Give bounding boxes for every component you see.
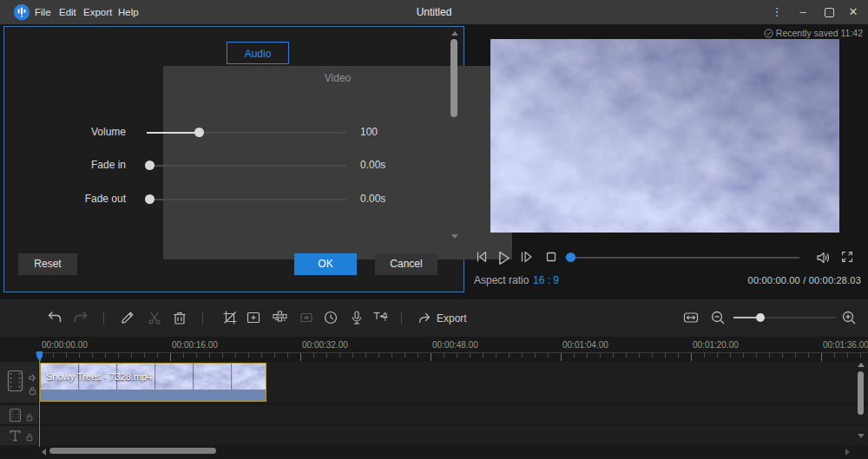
track-lock-icon[interactable]	[26, 433, 33, 442]
fade-out-slider[interactable]	[147, 199, 346, 200]
text-track-row	[0, 426, 868, 445]
next-frame-button[interactable]	[518, 249, 534, 265]
previous-frame-button[interactable]	[474, 249, 490, 265]
ruler-label: 00:01:04.00	[562, 340, 608, 350]
fade-in-label: Fade in	[39, 159, 126, 171]
fade-in-row: Fade in 0.00s	[4, 159, 464, 176]
tab-audio[interactable]: Audio	[227, 42, 289, 64]
text-track-lane[interactable]	[39, 426, 868, 445]
volume-label: Volume	[39, 126, 126, 138]
cut-scissors-icon[interactable]	[146, 309, 163, 326]
window-title: Untitled	[0, 0, 868, 24]
maximize-button[interactable]	[816, 0, 842, 24]
playhead-line[interactable]	[39, 351, 40, 447]
track-mute-icon[interactable]	[28, 373, 37, 383]
toolbar: Export	[0, 299, 868, 337]
ruler-label: 00:00:32.00	[302, 340, 348, 350]
undo-icon[interactable]	[46, 309, 63, 326]
check-circle-icon	[764, 29, 773, 38]
vertical-scrollbar[interactable]	[858, 371, 864, 415]
hscroll-left-icon[interactable]	[42, 449, 46, 456]
fullscreen-icon[interactable]	[839, 249, 855, 265]
titlebar: File Edit Export Help Untitled ⋮ – ✕	[0, 0, 868, 24]
panel-scroll-up-icon[interactable]	[451, 31, 458, 36]
save-status: Recently saved 11:42	[764, 27, 863, 39]
fade-out-label: Fade out	[39, 193, 126, 205]
volume-speaker-icon[interactable]	[814, 249, 832, 266]
vscroll-up-icon[interactable]	[858, 363, 865, 367]
more-options-kebab-icon[interactable]: ⋮	[764, 0, 790, 24]
cancel-button[interactable]: Cancel	[375, 253, 437, 275]
delete-trash-icon[interactable]	[171, 309, 188, 326]
fit-timeline-icon[interactable]	[682, 309, 700, 326]
overlay-track-header	[0, 405, 38, 424]
ruler-label: 00:00:48.00	[432, 340, 478, 350]
fade-out-row: Fade out 0.00s	[4, 193, 464, 210]
fade-out-value: 0.00s	[360, 193, 385, 205]
vscroll-down-icon[interactable]	[858, 434, 865, 438]
hscroll-right-icon[interactable]	[845, 449, 850, 456]
timeline-zoom-thumb[interactable]	[756, 313, 765, 322]
aspect-ratio-label: Aspect ratio	[474, 274, 529, 286]
timeline-clip[interactable]: Snowy Trees - 7328.mp4	[40, 363, 266, 402]
export-button[interactable]: Export	[437, 312, 467, 325]
preview-progress-bar[interactable]	[565, 257, 799, 259]
text-track-header	[0, 426, 38, 445]
video-track-header	[0, 362, 38, 403]
play-button[interactable]	[494, 249, 512, 267]
panel-scrollbar[interactable]	[450, 39, 457, 117]
text-to-speech-icon[interactable]	[372, 309, 389, 326]
redo-icon[interactable]	[72, 309, 89, 326]
export-icon[interactable]	[417, 309, 434, 326]
ruler-label: 00:01:36.00	[823, 340, 868, 350]
edit-pencil-icon[interactable]	[119, 309, 136, 326]
volume-slider-thumb[interactable]	[194, 128, 204, 137]
audio-settings-panel: Video Audio Volume 100 Fade in 0.00s Fad…	[3, 26, 464, 292]
fade-in-slider-thumb[interactable]	[145, 161, 155, 170]
duration-clock-icon[interactable]	[322, 309, 339, 326]
fade-in-value: 0.00s	[360, 159, 385, 171]
volume-value: 100	[360, 126, 378, 138]
overlay-track-lane[interactable]	[39, 405, 868, 424]
overlay-track-row	[0, 405, 868, 424]
voiceover-mic-icon[interactable]	[348, 309, 365, 326]
mosaic-icon[interactable]	[271, 309, 288, 326]
app-window: File Edit Export Help Untitled ⋮ – ✕ Vid…	[0, 0, 868, 459]
aspect-ratio-value[interactable]: 16 : 9	[533, 274, 559, 286]
track-lock-icon[interactable]	[29, 386, 36, 396]
close-button[interactable]: ✕	[840, 0, 866, 24]
preview-progress-thumb[interactable]	[566, 252, 575, 262]
add-frame-icon[interactable]	[245, 309, 262, 326]
text-track-icon	[9, 429, 22, 443]
horizontal-scrollbar[interactable]	[49, 448, 216, 454]
volume-slider[interactable]	[147, 132, 346, 134]
track-lock-icon[interactable]	[26, 413, 33, 422]
stop-button[interactable]	[543, 249, 559, 265]
timeline: 00:00:00.00 00:00:16.00 00:00:32.00 00:0…	[0, 337, 868, 459]
maximize-icon	[825, 8, 834, 17]
ok-button[interactable]: OK	[294, 253, 357, 275]
ruler-label: 00:00:16.00	[172, 340, 218, 350]
video-track-icon	[6, 369, 24, 393]
zoom-out-icon[interactable]	[709, 309, 727, 326]
zoom-in-icon[interactable]	[840, 309, 858, 326]
minimize-button[interactable]: –	[790, 0, 816, 24]
fade-in-slider[interactable]	[147, 165, 346, 167]
fade-out-slider-thumb[interactable]	[145, 194, 155, 204]
freeze-frame-icon[interactable]	[298, 309, 315, 326]
timecode-display: 00:00:00.00 / 00:00:28.03	[748, 275, 861, 285]
ruler-label: 00:01:20.00	[693, 340, 739, 350]
video-preview[interactable]	[490, 39, 839, 233]
panel-scroll-down-icon[interactable]	[451, 234, 458, 239]
overlay-track-icon	[9, 408, 22, 423]
ruler-label: 00:00:00.00	[42, 340, 88, 350]
clip-name: Snowy Trees - 7328.mp4	[46, 371, 152, 382]
volume-row: Volume 100	[4, 126, 464, 143]
reset-button[interactable]: Reset	[18, 253, 77, 275]
crop-icon[interactable]	[221, 309, 239, 326]
